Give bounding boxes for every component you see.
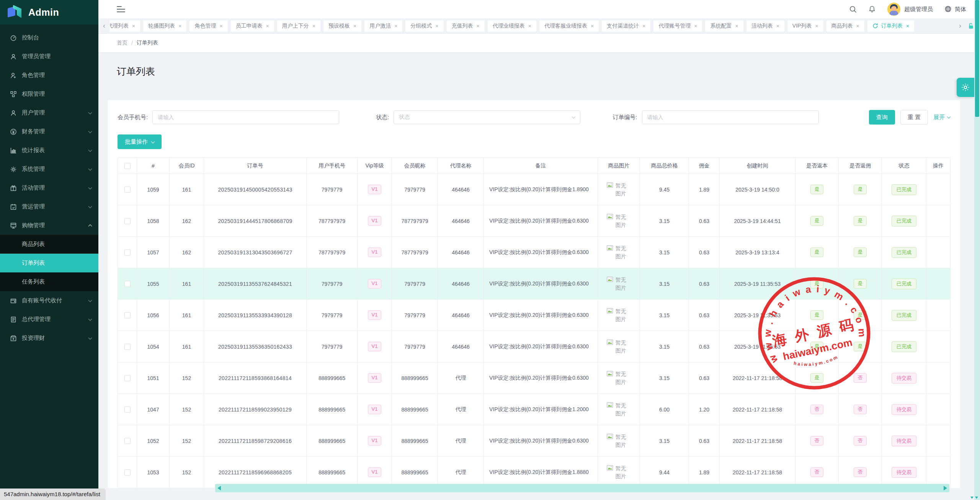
close-icon[interactable]: × (435, 23, 438, 29)
cell-image: 暂无图片 (598, 362, 640, 394)
close-icon[interactable]: × (694, 23, 697, 29)
tab-订单列表[interactable]: 订单列表× (867, 20, 914, 32)
tabs-scroll-right-icon[interactable]: › (957, 22, 963, 30)
order-filter-input[interactable] (642, 110, 819, 124)
cell-actions (926, 331, 951, 362)
vertical-scrollbar[interactable] (974, 0, 980, 500)
close-icon[interactable]: × (528, 23, 531, 29)
row-checkbox[interactable] (124, 438, 131, 444)
sidebar-item-1[interactable]: 管理员管理 (0, 47, 98, 66)
close-icon[interactable]: × (312, 23, 315, 29)
collapse-menu-icon[interactable] (117, 6, 125, 12)
vertical-scrollbar-thumb[interactable] (975, 0, 979, 117)
row-checkbox[interactable] (124, 375, 131, 381)
tabs-scroll-left-icon[interactable]: ‹ (101, 22, 107, 30)
close-icon[interactable]: × (815, 23, 818, 29)
close-icon[interactable]: × (776, 23, 779, 29)
tab-代理账号管理[interactable]: 代理账号管理× (653, 20, 702, 32)
close-icon[interactable]: × (178, 23, 181, 29)
row-checkbox[interactable] (124, 407, 131, 413)
close-icon[interactable]: × (132, 23, 135, 29)
tab-用户激活[interactable]: 用户激活× (364, 20, 402, 32)
sidebar-item-9[interactable]: 营运管理 (0, 197, 98, 216)
tab-角色管理[interactable]: 角色管理× (189, 20, 227, 32)
tab-代理业绩报表[interactable]: 代理业绩报表× (488, 20, 536, 32)
tab-VIP列表[interactable]: VIP列表× (787, 20, 823, 32)
sidebar-subitem[interactable]: 商品列表 (0, 235, 98, 254)
sidebar-subitem[interactable]: 任务列表 (0, 272, 98, 291)
batch-operation-button[interactable]: 批量操作 (118, 134, 162, 149)
horizontal-scrollbar[interactable] (215, 484, 949, 492)
tab-支付渠道统计[interactable]: 支付渠道统计× (602, 20, 650, 32)
yes-badge: 是 (810, 185, 823, 194)
close-icon[interactable]: × (394, 23, 397, 29)
sidebar-item-12[interactable]: 总代理管理 (0, 310, 98, 329)
row-checkbox[interactable] (124, 469, 131, 475)
language-switcher[interactable]: 简体 (944, 5, 966, 13)
cell-checkbox (118, 331, 137, 362)
breadcrumb-home[interactable]: 首页 (117, 39, 127, 46)
close-icon[interactable]: × (906, 23, 909, 29)
filter-actions: 查询 重 置 展开 (869, 110, 950, 125)
sidebar-item-13[interactable]: 投资理财 (0, 329, 98, 348)
row-checkbox[interactable] (124, 187, 131, 193)
sidebar-item-3[interactable]: 权限管理 (0, 85, 98, 103)
sidebar-item-2[interactable]: 角色管理 (0, 66, 98, 85)
tab-员工申请表[interactable]: 员工申请表× (231, 20, 274, 32)
close-icon[interactable]: × (353, 23, 356, 29)
close-icon[interactable]: × (266, 23, 269, 29)
status-select-placeholder: 状态 (399, 114, 410, 121)
sidebar-subitem[interactable]: 订单列表 (0, 254, 98, 272)
tab-活动列表[interactable]: 活动列表× (746, 20, 784, 32)
lock-screen-icon[interactable] (967, 22, 975, 30)
close-icon[interactable]: × (477, 23, 480, 29)
sidebar-item-7[interactable]: 系统管理 (0, 160, 98, 179)
refresh-icon[interactable] (872, 23, 878, 29)
notification-bell-icon[interactable] (868, 5, 876, 13)
row-checkbox[interactable] (124, 312, 131, 318)
row-checkbox[interactable] (124, 218, 131, 224)
sidebar-item-11[interactable]: 自有账号代收付 (0, 291, 98, 310)
scroll-right-arrow-icon[interactable] (944, 486, 947, 490)
close-icon[interactable]: × (219, 23, 222, 29)
sidebar-item-4[interactable]: 用户管理 (0, 103, 98, 122)
scroll-left-arrow-icon[interactable] (217, 486, 221, 490)
expand-link[interactable]: 展开 (933, 114, 950, 121)
scroll-down-arrow-icon[interactable] (975, 497, 978, 499)
sidebar-item-6[interactable]: 统计报表 (0, 141, 98, 160)
cell-return-capital: 是 (795, 205, 839, 237)
status-filter-select[interactable]: 状态 (394, 110, 580, 124)
close-icon[interactable]: × (856, 23, 859, 29)
row-checkbox[interactable] (124, 281, 131, 287)
select-all-checkbox[interactable] (124, 163, 131, 169)
tab-系统配置[interactable]: 系统配置× (705, 20, 743, 32)
tab-用户上下分[interactable]: 用户上下分× (277, 20, 320, 32)
cell-status: 已完成 (882, 300, 926, 331)
tab-充值列表[interactable]: 充值列表× (447, 20, 485, 32)
scroll-down-arrow-icon[interactable] (970, 497, 973, 499)
sidebar-item-8[interactable]: 活动管理 (0, 179, 98, 197)
tab-代理客服业绩报表[interactable]: 代理客服业绩报表× (539, 20, 599, 32)
close-icon[interactable]: × (735, 23, 738, 29)
tab-分组模式[interactable]: 分组模式× (405, 20, 443, 32)
tab-商品列表[interactable]: 商品列表× (826, 20, 864, 32)
search-button[interactable]: 查询 (869, 110, 895, 125)
logo[interactable]: Admin (0, 0, 98, 25)
user-menu[interactable]: 超级管理员 (887, 3, 933, 16)
sidebar-item-0[interactable]: 控制台 (0, 28, 98, 47)
tabs-container: 总代理列表×轮播图列表×角色管理×员工申请表×用户上下分×预设模板×用户激活×分… (110, 20, 954, 32)
tab-总代理列表[interactable]: 总代理列表× (110, 20, 140, 32)
row-checkbox[interactable] (124, 344, 131, 350)
sidebar-item-5[interactable]: 财务管理 (0, 122, 98, 141)
reset-button[interactable]: 重 置 (900, 110, 928, 125)
settings-gear-button[interactable] (957, 78, 974, 97)
sidebar-item-10[interactable]: 购物管理 (0, 216, 98, 235)
phone-filter-input[interactable] (152, 110, 339, 124)
no-image-icon (607, 464, 614, 474)
close-icon[interactable]: × (642, 23, 645, 29)
close-icon[interactable]: × (591, 23, 594, 29)
row-checkbox[interactable] (124, 249, 131, 256)
search-icon[interactable] (849, 5, 857, 13)
tab-轮播图列表[interactable]: 轮播图列表× (143, 20, 186, 32)
tab-预设模板[interactable]: 预设模板× (323, 20, 361, 32)
